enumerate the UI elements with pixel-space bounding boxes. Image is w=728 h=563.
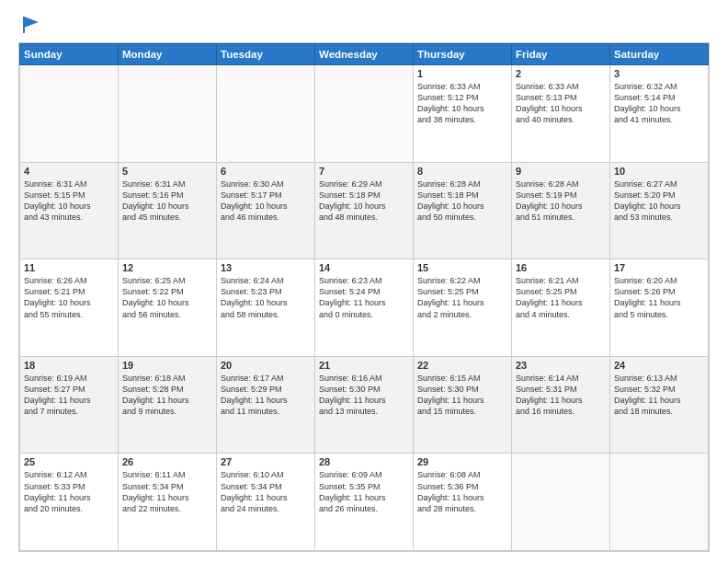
day-number: 23 xyxy=(516,360,606,371)
day-number: 19 xyxy=(122,360,212,371)
day-number: 13 xyxy=(221,262,311,273)
day-info: Sunrise: 6:16 AM Sunset: 5:30 PM Dayligh… xyxy=(319,373,409,418)
calendar-row: 1Sunrise: 6:33 AM Sunset: 5:12 PM Daylig… xyxy=(20,65,709,163)
day-number: 9 xyxy=(516,166,606,177)
day-number: 20 xyxy=(221,360,311,371)
day-number: 17 xyxy=(614,262,704,273)
weekday-header-monday: Monday xyxy=(119,44,217,65)
calendar-cell xyxy=(512,454,610,551)
day-number: 27 xyxy=(221,456,311,467)
weekday-header-tuesday: Tuesday xyxy=(217,44,315,65)
calendar-table: SundayMondayTuesdayWednesdayThursdayFrid… xyxy=(19,43,709,551)
calendar-cell: 26Sunrise: 6:11 AM Sunset: 5:34 PM Dayli… xyxy=(119,454,217,551)
day-info: Sunrise: 6:24 AM Sunset: 5:23 PM Dayligh… xyxy=(221,275,311,320)
page: SundayMondayTuesdayWednesdayThursdayFrid… xyxy=(0,0,728,563)
day-info: Sunrise: 6:21 AM Sunset: 5:25 PM Dayligh… xyxy=(516,275,606,320)
day-info: Sunrise: 6:26 AM Sunset: 5:21 PM Dayligh… xyxy=(24,275,114,320)
day-info: Sunrise: 6:31 AM Sunset: 5:15 PM Dayligh… xyxy=(24,178,114,224)
day-number: 21 xyxy=(319,360,409,371)
weekday-header-sunday: Sunday xyxy=(20,44,119,65)
day-info: Sunrise: 6:11 AM Sunset: 5:34 PM Dayligh… xyxy=(122,469,212,514)
weekday-row: SundayMondayTuesdayWednesdayThursdayFrid… xyxy=(20,44,709,65)
weekday-header-saturday: Saturday xyxy=(610,44,709,65)
day-number: 1 xyxy=(417,68,507,79)
calendar-cell xyxy=(217,65,315,163)
day-info: Sunrise: 6:28 AM Sunset: 5:18 PM Dayligh… xyxy=(417,178,507,224)
day-info: Sunrise: 6:13 AM Sunset: 5:32 PM Dayligh… xyxy=(614,373,704,418)
day-info: Sunrise: 6:10 AM Sunset: 5:34 PM Dayligh… xyxy=(221,469,311,514)
calendar-cell: 13Sunrise: 6:24 AM Sunset: 5:23 PM Dayli… xyxy=(217,259,315,357)
calendar-cell: 19Sunrise: 6:18 AM Sunset: 5:28 PM Dayli… xyxy=(119,356,217,454)
day-number: 4 xyxy=(24,166,114,177)
day-info: Sunrise: 6:12 AM Sunset: 5:33 PM Dayligh… xyxy=(24,469,114,514)
calendar-cell: 27Sunrise: 6:10 AM Sunset: 5:34 PM Dayli… xyxy=(217,454,315,551)
calendar: SundayMondayTuesdayWednesdayThursdayFrid… xyxy=(18,42,710,552)
day-number: 26 xyxy=(122,456,212,467)
calendar-cell xyxy=(20,65,119,163)
day-number: 5 xyxy=(122,166,212,177)
calendar-cell: 5Sunrise: 6:31 AM Sunset: 5:16 PM Daylig… xyxy=(119,162,217,259)
calendar-cell: 6Sunrise: 6:30 AM Sunset: 5:17 PM Daylig… xyxy=(217,162,315,259)
day-number: 15 xyxy=(417,262,507,273)
calendar-cell: 29Sunrise: 6:08 AM Sunset: 5:36 PM Dayli… xyxy=(414,454,512,551)
day-number: 3 xyxy=(614,68,704,79)
day-number: 22 xyxy=(417,360,507,371)
calendar-row: 11Sunrise: 6:26 AM Sunset: 5:21 PM Dayli… xyxy=(20,259,709,357)
calendar-cell: 11Sunrise: 6:26 AM Sunset: 5:21 PM Dayli… xyxy=(20,259,119,357)
day-number: 28 xyxy=(319,456,409,467)
day-info: Sunrise: 6:28 AM Sunset: 5:19 PM Dayligh… xyxy=(516,178,606,224)
calendar-cell: 4Sunrise: 6:31 AM Sunset: 5:15 PM Daylig… xyxy=(20,162,119,259)
calendar-cell: 14Sunrise: 6:23 AM Sunset: 5:24 PM Dayli… xyxy=(315,259,414,357)
calendar-cell: 17Sunrise: 6:20 AM Sunset: 5:26 PM Dayli… xyxy=(610,259,709,357)
day-info: Sunrise: 6:25 AM Sunset: 5:22 PM Dayligh… xyxy=(122,275,212,320)
day-number: 2 xyxy=(516,68,606,79)
calendar-cell xyxy=(119,65,217,163)
day-number: 24 xyxy=(614,360,704,371)
day-info: Sunrise: 6:14 AM Sunset: 5:31 PM Dayligh… xyxy=(516,373,606,418)
calendar-body: 1Sunrise: 6:33 AM Sunset: 5:12 PM Daylig… xyxy=(20,65,709,551)
calendar-cell: 2Sunrise: 6:33 AM Sunset: 5:13 PM Daylig… xyxy=(512,65,610,163)
day-info: Sunrise: 6:09 AM Sunset: 5:35 PM Dayligh… xyxy=(319,469,409,514)
day-info: Sunrise: 6:30 AM Sunset: 5:17 PM Dayligh… xyxy=(221,178,311,224)
logo xyxy=(18,15,40,35)
day-info: Sunrise: 6:18 AM Sunset: 5:28 PM Dayligh… xyxy=(122,373,212,418)
day-info: Sunrise: 6:08 AM Sunset: 5:36 PM Dayligh… xyxy=(417,469,507,514)
calendar-cell: 3Sunrise: 6:32 AM Sunset: 5:14 PM Daylig… xyxy=(610,65,709,163)
day-info: Sunrise: 6:20 AM Sunset: 5:26 PM Dayligh… xyxy=(614,275,704,320)
calendar-cell: 8Sunrise: 6:28 AM Sunset: 5:18 PM Daylig… xyxy=(414,162,512,259)
calendar-cell: 10Sunrise: 6:27 AM Sunset: 5:20 PM Dayli… xyxy=(610,162,709,259)
logo-icon xyxy=(20,15,40,35)
day-number: 8 xyxy=(417,166,507,177)
day-number: 29 xyxy=(417,456,507,467)
weekday-header-wednesday: Wednesday xyxy=(315,44,414,65)
day-number: 16 xyxy=(516,262,606,273)
calendar-cell xyxy=(315,65,414,163)
calendar-cell: 24Sunrise: 6:13 AM Sunset: 5:32 PM Dayli… xyxy=(610,356,709,454)
day-info: Sunrise: 6:15 AM Sunset: 5:30 PM Dayligh… xyxy=(417,373,507,418)
day-number: 14 xyxy=(319,262,409,273)
day-number: 25 xyxy=(24,456,114,467)
calendar-cell: 25Sunrise: 6:12 AM Sunset: 5:33 PM Dayli… xyxy=(20,454,119,551)
day-number: 18 xyxy=(24,360,114,371)
day-info: Sunrise: 6:19 AM Sunset: 5:27 PM Dayligh… xyxy=(24,373,114,418)
calendar-cell: 18Sunrise: 6:19 AM Sunset: 5:27 PM Dayli… xyxy=(20,356,119,454)
calendar-row: 18Sunrise: 6:19 AM Sunset: 5:27 PM Dayli… xyxy=(20,356,709,454)
header xyxy=(18,15,710,35)
day-number: 7 xyxy=(319,166,409,177)
calendar-row: 25Sunrise: 6:12 AM Sunset: 5:33 PM Dayli… xyxy=(20,454,709,551)
calendar-cell: 23Sunrise: 6:14 AM Sunset: 5:31 PM Dayli… xyxy=(512,356,610,454)
calendar-cell: 7Sunrise: 6:29 AM Sunset: 5:18 PM Daylig… xyxy=(315,162,414,259)
calendar-cell: 15Sunrise: 6:22 AM Sunset: 5:25 PM Dayli… xyxy=(414,259,512,357)
day-info: Sunrise: 6:17 AM Sunset: 5:29 PM Dayligh… xyxy=(221,373,311,418)
day-info: Sunrise: 6:22 AM Sunset: 5:25 PM Dayligh… xyxy=(417,275,507,320)
svg-marker-0 xyxy=(24,17,39,28)
day-number: 12 xyxy=(122,262,212,273)
calendar-cell: 28Sunrise: 6:09 AM Sunset: 5:35 PM Dayli… xyxy=(315,454,414,551)
day-info: Sunrise: 6:23 AM Sunset: 5:24 PM Dayligh… xyxy=(319,275,409,320)
calendar-row: 4Sunrise: 6:31 AM Sunset: 5:15 PM Daylig… xyxy=(20,162,709,259)
calendar-cell: 22Sunrise: 6:15 AM Sunset: 5:30 PM Dayli… xyxy=(414,356,512,454)
calendar-cell: 12Sunrise: 6:25 AM Sunset: 5:22 PM Dayli… xyxy=(119,259,217,357)
day-number: 6 xyxy=(221,166,311,177)
calendar-cell: 16Sunrise: 6:21 AM Sunset: 5:25 PM Dayli… xyxy=(512,259,610,357)
day-number: 11 xyxy=(24,262,114,273)
